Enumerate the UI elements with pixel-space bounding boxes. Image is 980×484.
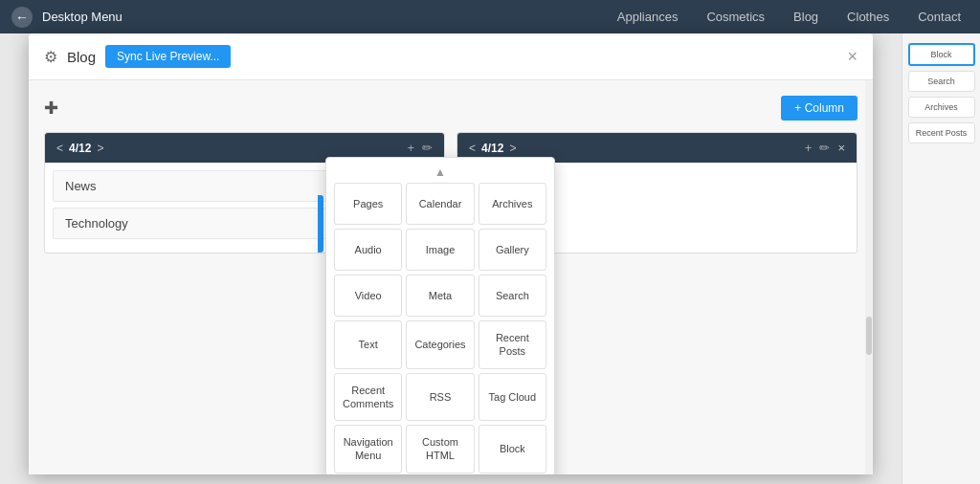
col2-prev-btn[interactable]: < bbox=[469, 142, 476, 155]
col2-edit-btn[interactable]: ✏ bbox=[819, 141, 830, 155]
admin-title: Desktop Menu bbox=[42, 10, 122, 24]
picker-tag-cloud[interactable]: Tag Cloud bbox=[479, 373, 546, 422]
picker-text[interactable]: Text bbox=[334, 320, 402, 369]
nav-appliances: Appliances bbox=[617, 10, 679, 24]
picker-block[interactable]: Block bbox=[479, 425, 546, 473]
col1-prev-btn[interactable]: < bbox=[56, 142, 63, 155]
nav-clothes: Clothes bbox=[847, 10, 889, 24]
right-sidebar-preview: Block Search Archives Recent Posts bbox=[902, 33, 980, 484]
picker-recent-posts[interactable]: Recent Posts bbox=[479, 320, 546, 369]
picker-search[interactable]: Search bbox=[479, 275, 546, 317]
picker-recent-comments[interactable]: Recent Comments bbox=[334, 373, 402, 422]
picker-navigation-menu[interactable]: Navigation Menu bbox=[334, 425, 402, 473]
add-row-icon[interactable]: ✚ bbox=[44, 98, 58, 119]
admin-bar: ← Desktop Menu bbox=[0, 0, 268, 33]
picker-calendar[interactable]: Calendar bbox=[406, 183, 474, 225]
widget-picker: ▲ Pages Calendar Archives Audio Image Ga… bbox=[325, 157, 555, 474]
picker-rss[interactable]: RSS bbox=[406, 373, 474, 422]
modal-header: ⚙ Blog Sync Live Preview... × bbox=[29, 33, 873, 80]
col1-size: 4/12 bbox=[69, 142, 91, 155]
picker-image[interactable]: Image bbox=[406, 229, 474, 271]
col2-actions: + ✏ × bbox=[805, 141, 845, 155]
col1-next-btn[interactable]: > bbox=[97, 142, 103, 155]
sync-live-preview-button[interactable]: Sync Live Preview... bbox=[105, 45, 231, 68]
sidebar-widget-search: Search bbox=[908, 71, 975, 92]
picker-scroll-up[interactable]: ▲ bbox=[334, 165, 546, 179]
modal-body: ✚ + Column < 4/12 > + ✏ News Technology bbox=[29, 80, 873, 474]
resize-handle[interactable] bbox=[318, 195, 323, 253]
nav-cosmetics: Cosmetics bbox=[706, 10, 765, 24]
picker-archives[interactable]: Archives bbox=[479, 183, 546, 225]
modal: ⚙ Blog Sync Live Preview... × ✚ + Column… bbox=[29, 33, 873, 474]
add-column-button[interactable]: + Column bbox=[781, 96, 858, 121]
add-row-bar: ✚ + Column bbox=[44, 96, 858, 121]
col2-add-btn[interactable]: + bbox=[805, 141, 813, 155]
modal-title: Blog bbox=[67, 49, 96, 65]
nav-blog: Blog bbox=[793, 10, 818, 24]
col1-add-btn[interactable]: + bbox=[407, 141, 414, 155]
picker-audio[interactable]: Audio bbox=[334, 229, 402, 271]
sidebar-widget-archives: Archives bbox=[908, 97, 975, 118]
picker-pages[interactable]: Pages bbox=[334, 183, 402, 225]
col1-actions: + ✏ bbox=[407, 141, 433, 155]
sidebar-widget-recent-posts: Recent Posts bbox=[908, 122, 975, 143]
back-button[interactable]: ← bbox=[11, 7, 33, 28]
col1-edit-btn[interactable]: ✏ bbox=[422, 141, 433, 155]
sidebar-widget-block: Block bbox=[908, 43, 975, 66]
nav-contact: Contact bbox=[918, 10, 961, 24]
settings-icon: ⚙ bbox=[44, 48, 57, 66]
picker-custom-html[interactable]: Custom HTML bbox=[406, 425, 474, 473]
col2-size: 4/12 bbox=[481, 142, 503, 155]
picker-video[interactable]: Video bbox=[334, 275, 402, 317]
modal-scrollbar[interactable] bbox=[865, 80, 873, 474]
picker-categories[interactable]: Categories bbox=[406, 320, 474, 369]
modal-close-button[interactable]: × bbox=[847, 48, 858, 65]
scrollbar-thumb[interactable] bbox=[866, 317, 872, 355]
picker-gallery[interactable]: Gallery bbox=[479, 229, 546, 271]
col2-next-btn[interactable]: > bbox=[509, 142, 516, 155]
col2-close-btn[interactable]: × bbox=[837, 141, 845, 155]
picker-meta[interactable]: Meta bbox=[406, 275, 474, 317]
picker-grid: Pages Calendar Archives Audio Image Gall… bbox=[334, 183, 546, 473]
